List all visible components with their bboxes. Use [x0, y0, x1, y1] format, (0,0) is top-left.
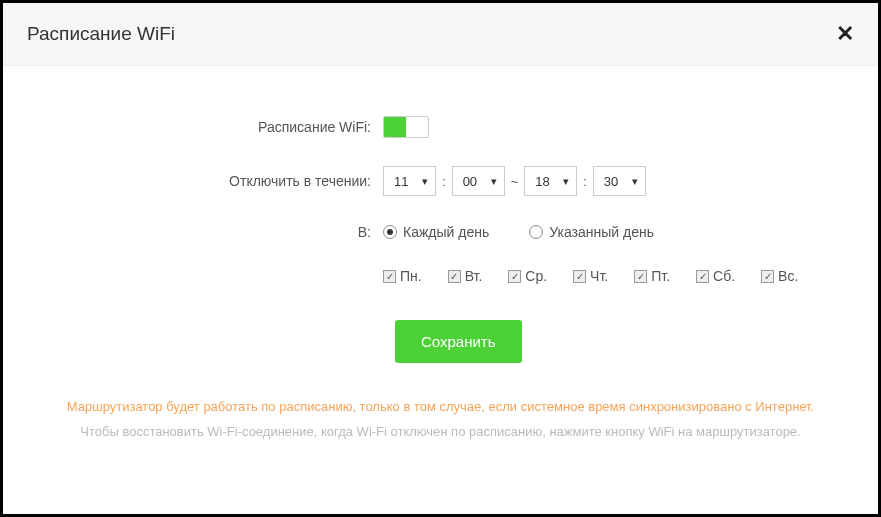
day-label: Чт. — [590, 268, 608, 284]
checkbox-icon — [696, 270, 709, 283]
day-mon[interactable]: Пн. — [383, 268, 422, 284]
day-tue[interactable]: Вт. — [448, 268, 483, 284]
checkbox-icon — [634, 270, 647, 283]
colon-separator: : — [442, 174, 446, 189]
checkbox-icon — [573, 270, 586, 283]
day-label: Ср. — [525, 268, 547, 284]
warning-note: Маршрутизатор будет работать по расписан… — [43, 399, 838, 414]
day-sat[interactable]: Сб. — [696, 268, 735, 284]
radio-every-day-label: Каждый день — [403, 224, 489, 240]
end-min-select[interactable]: 30 — [593, 166, 646, 196]
start-min-select[interactable]: 00 — [452, 166, 505, 196]
radio-icon — [529, 225, 543, 239]
tilde-separator: ~ — [511, 174, 519, 189]
day-thu[interactable]: Чт. — [573, 268, 608, 284]
modal-body: Расписание WiFi: Отключить в течении: 11… — [3, 66, 878, 514]
end-hour-select[interactable]: 18 — [524, 166, 577, 196]
colon-separator-2: : — [583, 174, 587, 189]
checkbox-icon — [448, 270, 461, 283]
day-wed[interactable]: Ср. — [508, 268, 547, 284]
day-sun[interactable]: Вс. — [761, 268, 798, 284]
save-button[interactable]: Сохранить — [395, 320, 522, 363]
row-schedule-toggle: Расписание WiFi: — [43, 116, 838, 138]
row-days: Пн. Вт. Ср. Чт. — [43, 268, 838, 284]
radio-every-day[interactable]: Каждый день — [383, 224, 489, 240]
day-label: Вс. — [778, 268, 798, 284]
modal-title: Расписание WiFi — [27, 23, 175, 45]
modal-header: Расписание WiFi ✕ — [3, 3, 878, 66]
radio-icon — [383, 225, 397, 239]
checkbox-icon — [508, 270, 521, 283]
start-hour-select[interactable]: 11 — [383, 166, 436, 196]
schedule-label: Расписание WiFi: — [43, 119, 383, 135]
schedule-toggle[interactable] — [383, 116, 429, 138]
disable-during-label: Отключить в течении: — [43, 173, 383, 189]
day-label: Сб. — [713, 268, 735, 284]
wifi-schedule-modal: Расписание WiFi ✕ Расписание WiFi: Отклю… — [3, 3, 878, 514]
day-label: Вт. — [465, 268, 483, 284]
day-label: Пт. — [651, 268, 670, 284]
day-fri[interactable]: Пт. — [634, 268, 670, 284]
checkbox-icon — [761, 270, 774, 283]
close-icon[interactable]: ✕ — [836, 21, 854, 47]
row-mode: В: Каждый день Указанный день — [43, 224, 838, 240]
hint-note: Чтобы восстановить Wi-Fi-соединение, ког… — [43, 424, 838, 439]
radio-specific-day[interactable]: Указанный день — [529, 224, 654, 240]
checkbox-icon — [383, 270, 396, 283]
row-time-range: Отключить в течении: 11 : 00 ~ 18 — [43, 166, 838, 196]
day-label: Пн. — [400, 268, 422, 284]
days-in-label: В: — [43, 224, 383, 240]
radio-specific-day-label: Указанный день — [549, 224, 654, 240]
